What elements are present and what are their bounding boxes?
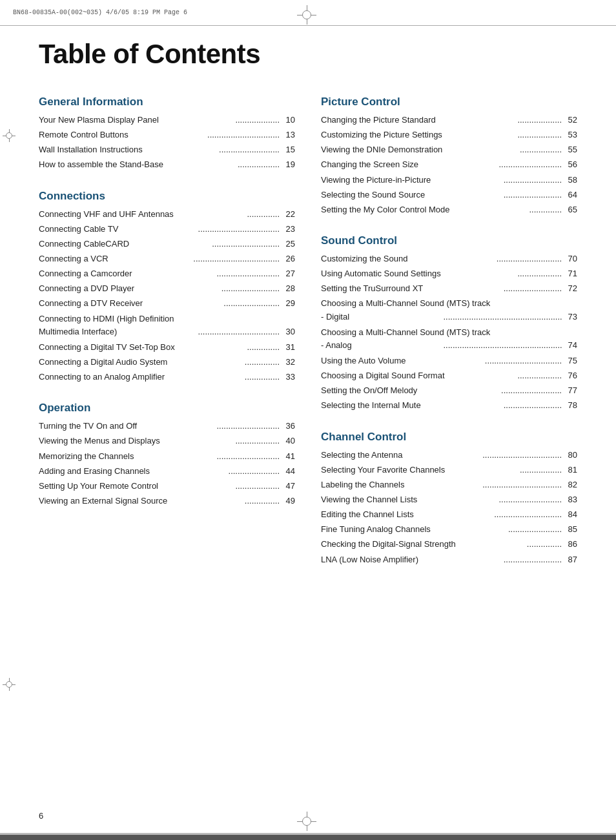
toc-label: Connecting to an Analog Amplifier	[39, 371, 166, 384]
toc-dots: ...............	[166, 371, 281, 384]
section-title-sound-control: Sound Control	[321, 234, 577, 247]
toc-label: Viewing the DNIe Demonstration	[321, 143, 444, 156]
toc-entry: Choosing a Digital Sound Format.........…	[321, 369, 577, 382]
bottom-border-dark	[0, 835, 616, 840]
toc-label: Adding and Erasing Channels	[39, 465, 151, 478]
toc-page: 27	[281, 267, 295, 280]
toc-page: 23	[281, 223, 295, 236]
toc-label: Choosing a Multi-Channel Sound (MTS) tra…	[321, 326, 577, 339]
toc-page: 53	[563, 128, 577, 141]
toc-dots: ...........................	[134, 267, 281, 280]
toc-entry: Using Automatic Sound Settings..........…	[321, 267, 577, 280]
right-column: Picture ControlChanging the Picture Stan…	[321, 96, 577, 568]
toc-label: Checking the Digital-Signal Strength	[321, 538, 457, 551]
toc-entry: Memorizing the Channels.................…	[39, 450, 295, 463]
toc-page: 10	[281, 114, 295, 127]
toc-page: 49	[281, 495, 295, 507]
toc-entry: Setting Up Your Remote Control..........…	[39, 480, 295, 493]
toc-label: Connecting a DTV Receiver	[39, 297, 144, 310]
toc-page: 87	[563, 553, 577, 566]
toc-label: Connecting CableCARD	[39, 238, 130, 251]
toc-entry: Labeling the Channels...................…	[321, 478, 577, 491]
toc-dots: ..................................	[404, 449, 564, 462]
toc-dots: ..........................	[418, 384, 563, 397]
toc-entry: Connecting to an Analog Amplifier.......…	[39, 371, 295, 384]
toc-entry: Connecting a Digital TV Set-Top Box.....…	[39, 341, 295, 354]
toc-page: 77	[563, 384, 577, 397]
toc-page: 74	[563, 339, 577, 352]
toc-page: 33	[281, 371, 295, 384]
section-title-picture-control: Picture Control	[321, 96, 577, 108]
toc-label: How to assemble the Stand-Base	[39, 158, 165, 171]
toc-label: Selecting the Antenna	[321, 449, 404, 462]
toc-label: Setting Up Your Remote Control	[39, 480, 159, 493]
toc-entry: Checking the Digital-Signal Strength....…	[321, 538, 577, 551]
toc-row: Multimedia Interface)...................…	[39, 325, 295, 338]
toc-label: - Analog	[321, 339, 442, 352]
toc-entry: Connecting CableCARD....................…	[39, 238, 295, 251]
toc-dots: .........................	[432, 174, 563, 187]
section-title-operation: Operation	[39, 402, 295, 415]
toc-entry: Connecting a Digital Audio System.......…	[39, 356, 295, 369]
toc-dots: ...........................	[138, 420, 281, 433]
toc-dots: ...................................	[119, 223, 281, 236]
toc-entry: Remote Control Buttons..................…	[39, 128, 295, 141]
toc-page: 29	[281, 297, 295, 310]
header-bar: BN68-00835A-00(002~035) 4/6/05 8:19 PM P…	[0, 0, 616, 26]
toc-label: Choosing a Digital Sound Format	[321, 369, 446, 382]
toc-label: Setting the TruSurround XT	[321, 282, 424, 295]
toc-dots: .........................	[426, 189, 563, 201]
toc-label: Connecting Cable TV	[39, 223, 119, 236]
left-reg-mark-top	[3, 129, 15, 142]
toc-entry: Viewing the DNIe Demonstration..........…	[321, 143, 577, 156]
toc-page: 36	[281, 420, 295, 433]
toc-dots: ........................................…	[442, 339, 564, 352]
toc-entry: Setting the TruSurround XT..............…	[321, 282, 577, 295]
toc-page: 81	[563, 464, 577, 476]
left-reg-mark-bottom	[3, 678, 15, 691]
toc-label: Connecting a DVD Player	[39, 282, 136, 295]
toc-dots: ...............	[169, 495, 281, 507]
toc-dots: .........................	[136, 282, 281, 295]
toc-label: Wall Installation Instructions	[39, 143, 144, 156]
toc-dots: ..............	[176, 341, 281, 354]
toc-label: Viewing the Menus and Displays	[39, 435, 161, 447]
toc-entry: Customizing the Picture Settings........…	[321, 128, 577, 141]
toc-entry: Connecting VHF and UHF Antennas.........…	[39, 208, 295, 221]
section-title-channel-control: Channel Control	[321, 431, 577, 444]
toc-page: 71	[563, 267, 577, 280]
columns: General InformationYour New Plasma Displ…	[39, 96, 577, 568]
toc-page: 75	[563, 354, 577, 367]
toc-entry: Changing the Screen Size................…	[321, 158, 577, 171]
toc-dots: ......................	[151, 465, 281, 478]
toc-entry: Viewing the Picture-in-Picture..........…	[321, 174, 577, 187]
toc-entry: Setting the On/Off Melody...............…	[321, 384, 577, 397]
toc-entry: Wall Installation Instructions..........…	[39, 143, 295, 156]
toc-dots: ...................................	[160, 325, 282, 338]
toc-entry: Connecting Cable TV.....................…	[39, 223, 295, 236]
toc-label: LNA (Low Noise Amplifier)	[321, 553, 420, 566]
toc-dots: .........................	[422, 399, 563, 412]
toc-page: 26	[281, 252, 295, 265]
toc-entry: Your New Plasma Display Panel...........…	[39, 114, 295, 127]
toc-dots: ..........................	[144, 143, 281, 156]
toc-page: 80	[563, 449, 577, 462]
toc-entry-multiline: Choosing a Multi-Channel Sound (MTS) tra…	[321, 326, 577, 352]
toc-entry: Selecting the Internal Mute.............…	[321, 399, 577, 412]
toc-entry: Connecting a Camcorder..................…	[39, 267, 295, 280]
toc-entry: Selecting Your Favorite Channels........…	[321, 464, 577, 476]
toc-entry: LNA (Low Noise Amplifier)...............…	[321, 553, 577, 566]
toc-dots: .............................	[415, 508, 563, 521]
toc-row: - Digital...............................…	[321, 311, 577, 323]
toc-dots: ........................	[144, 297, 281, 310]
toc-dots: ...........................	[420, 158, 563, 171]
toc-label: Your New Plasma Display Panel	[39, 114, 160, 127]
toc-label: Connecting a Camcorder	[39, 267, 134, 280]
toc-label: Selecting the Internal Mute	[321, 399, 422, 412]
toc-label: Fine Tuning Analog Channels	[321, 523, 432, 536]
toc-label: Selecting Your Favorite Channels	[321, 464, 446, 476]
page-title: Table of Contents	[39, 39, 577, 70]
toc-dots: ...................	[160, 114, 281, 127]
toc-label: Customizing the Sound	[321, 252, 409, 265]
toc-dots: .........................	[420, 553, 563, 566]
